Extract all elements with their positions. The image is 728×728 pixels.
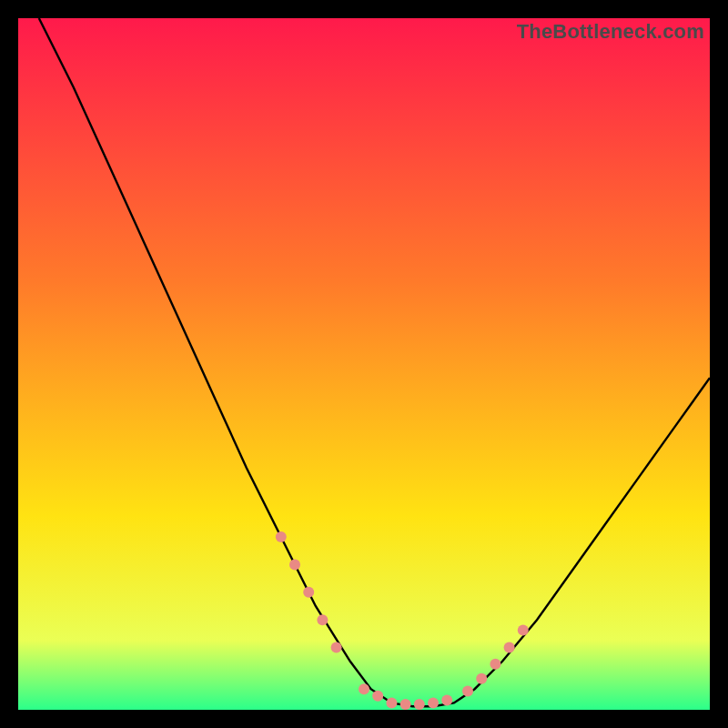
marker-dot — [462, 686, 473, 697]
marker-dot — [504, 642, 515, 653]
marker-dot — [428, 697, 439, 708]
chart-frame: TheBottleneck.com — [18, 18, 710, 710]
marker-dot — [400, 699, 411, 710]
marker-dot — [490, 659, 500, 670]
marker-dot — [372, 691, 383, 702]
chart-background — [18, 18, 710, 710]
marker-dot — [476, 673, 487, 684]
marker-dot — [386, 697, 397, 708]
marker-dot — [518, 625, 529, 636]
chart-svg — [18, 18, 710, 710]
marker-dot — [289, 559, 300, 570]
marker-dot — [441, 694, 452, 705]
watermark-text: TheBottleneck.com — [517, 20, 704, 44]
marker-dot — [317, 614, 328, 625]
marker-dot — [276, 531, 287, 542]
marker-dot — [331, 642, 342, 653]
marker-dot — [303, 587, 314, 598]
marker-dot — [414, 699, 425, 710]
marker-dot — [359, 683, 369, 694]
